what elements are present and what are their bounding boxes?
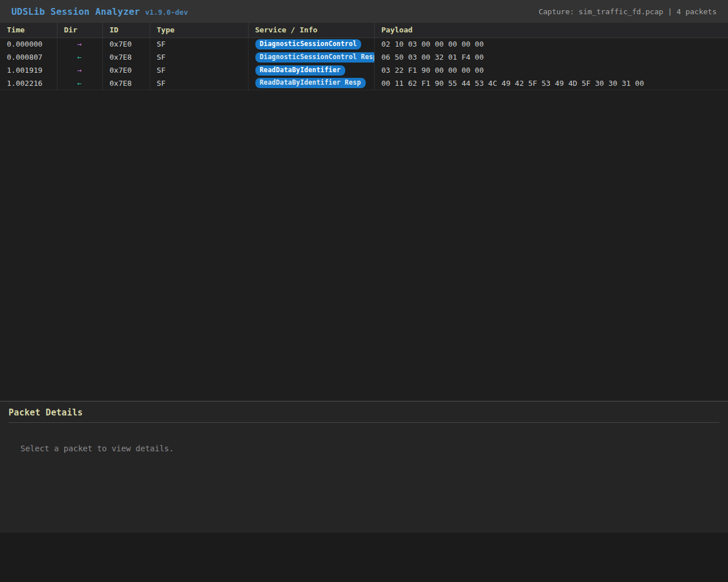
packet-list-area: Time Dir ID Type Service / Info Payload … [0, 23, 728, 401]
cell-dir: → [57, 64, 102, 77]
cell-time: 1.001919 [0, 64, 57, 77]
packet-row[interactable]: 0.000807 ← 0x7E8 SF DiagnosticSessionCon… [0, 51, 728, 64]
service-badge: ReadDataByIdentifier [255, 65, 345, 76]
cell-time: 0.000807 [0, 51, 57, 64]
service-badge: DiagnosticSessionControl [255, 39, 362, 49]
service-badge: ReadDataByIdentifier Resp [255, 78, 366, 88]
app-version-label: v1.9.0-dev [145, 8, 188, 16]
direction-arrow-icon: ← [77, 53, 82, 61]
capture-info: Capture: sim_traffic_fd.pcap | 4 packets [539, 7, 717, 16]
cell-payload: 02 10 03 00 00 00 00 00 [374, 38, 728, 51]
column-header-service: Service / Info [248, 23, 374, 38]
cell-service: DiagnosticSessionControl [248, 38, 374, 51]
app-header: UDSLib Session Analyzer v1.9.0-dev Captu… [0, 0, 728, 23]
column-header-type: Type [150, 23, 248, 38]
column-header-time: Time [0, 23, 57, 38]
direction-arrow-icon: → [77, 66, 82, 74]
column-header-id: ID [102, 23, 150, 38]
direction-arrow-icon: → [77, 40, 82, 48]
app-title-group: UDSLib Session Analyzer v1.9.0-dev [11, 6, 188, 17]
cell-id: 0x7E8 [102, 51, 150, 64]
app-title: UDSLib Session Analyzer [11, 6, 140, 17]
column-header-payload: Payload [374, 23, 728, 38]
column-header-dir: Dir [57, 23, 102, 38]
details-divider [9, 422, 719, 423]
cell-dir: ← [57, 51, 102, 64]
cell-type: SF [150, 77, 248, 90]
details-panel-title: Packet Details [9, 402, 719, 417]
details-placeholder-text: Select a packet to view details. [20, 444, 719, 453]
cell-type: SF [150, 38, 248, 51]
packet-details-panel: Packet Details Select a packet to view d… [0, 401, 728, 533]
cell-payload: 03 22 F1 90 00 00 00 00 [374, 64, 728, 77]
cell-id: 0x7E8 [102, 77, 150, 90]
app-window: UDSLib Session Analyzer v1.9.0-dev Captu… [0, 0, 728, 582]
packet-row[interactable]: 1.002216 ← 0x7E8 SF ReadDataByIdentifier… [0, 77, 728, 90]
cell-time: 1.002216 [0, 77, 57, 90]
cell-service: ReadDataByIdentifier Resp [248, 77, 374, 90]
cell-type: SF [150, 64, 248, 77]
cell-id: 0x7E0 [102, 38, 150, 51]
cell-service: ReadDataByIdentifier [248, 64, 374, 77]
cell-dir: ← [57, 77, 102, 90]
packet-row[interactable]: 0.000000 → 0x7E0 SF DiagnosticSessionCon… [0, 38, 728, 51]
cell-payload: 06 50 03 00 32 01 F4 00 [374, 51, 728, 64]
packet-row[interactable]: 1.001919 → 0x7E0 SF ReadDataByIdentifier… [0, 64, 728, 77]
table-header-row: Time Dir ID Type Service / Info Payload [0, 23, 728, 38]
cell-id: 0x7E0 [102, 64, 150, 77]
bottom-spacer [0, 533, 728, 582]
cell-time: 0.000000 [0, 38, 57, 51]
packet-table: Time Dir ID Type Service / Info Payload … [0, 23, 728, 90]
direction-arrow-icon: ← [77, 79, 82, 88]
cell-payload: 00 11 62 F1 90 55 44 53 4C 49 42 5F 53 4… [374, 77, 728, 90]
cell-type: SF [150, 51, 248, 64]
cell-service: DiagnosticSessionControl Resp [248, 51, 374, 64]
service-badge: DiagnosticSessionControl Resp [255, 52, 375, 63]
cell-dir: → [57, 38, 102, 51]
